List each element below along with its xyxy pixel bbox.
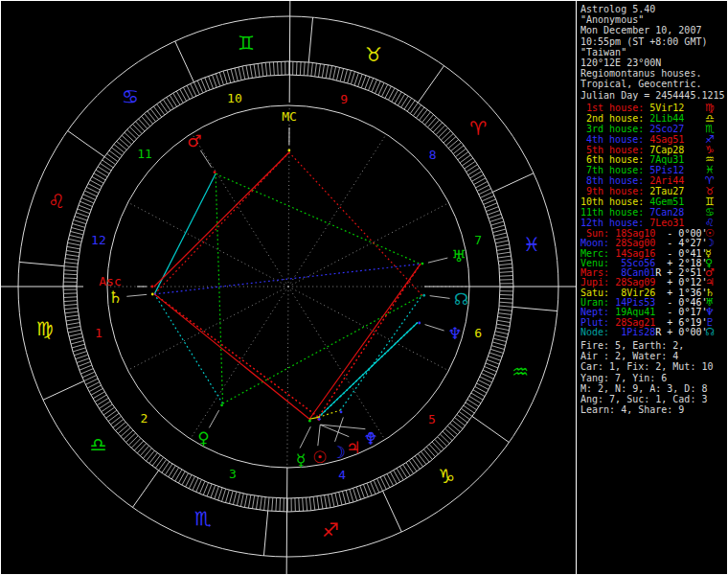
degree-tick — [109, 150, 120, 158]
degree-tick — [333, 66, 336, 80]
house-number: 4 — [338, 468, 346, 482]
degree-tick — [276, 498, 277, 512]
degree-tick — [499, 306, 512, 307]
wheel-planet-icon-jupi: ♃ — [346, 438, 360, 457]
degree-tick — [75, 217, 87, 220]
degree-tick — [65, 311, 79, 313]
degree-tick — [79, 205, 91, 210]
zodiac-sign-icon: ♈ — [469, 117, 487, 140]
sign-divider — [263, 511, 267, 556]
cusp-position: 2Lib44 — [649, 113, 684, 124]
degree-tick — [490, 349, 503, 353]
house-number: 10 — [227, 91, 242, 105]
degree-tick — [315, 63, 317, 77]
degree-tick — [412, 458, 420, 469]
degree-tick — [307, 62, 308, 76]
house-ordinal: 2nd house: — [580, 113, 649, 124]
cusp-position: 7Leo31 — [649, 218, 684, 228]
cusp-position: 5Vir12 — [649, 103, 684, 113]
degree-tick — [497, 248, 511, 250]
cusp-position: 7Aqu31 — [649, 154, 684, 165]
zodiac-sign-icon: ♓ — [523, 233, 540, 256]
degree-tick — [462, 408, 472, 416]
degree-tick — [121, 427, 130, 436]
stats-line-6: Learn: 4, Share: 9 — [580, 404, 726, 415]
wheel-planet-icon-uran: ♅ — [452, 246, 466, 265]
zodiac-sign-icon: ♍ — [36, 317, 54, 340]
degree-tick — [71, 340, 84, 344]
degree-tick — [498, 313, 512, 315]
degree-tick — [160, 102, 168, 112]
degree-tick — [358, 74, 363, 86]
degree-tick — [303, 498, 304, 512]
degree-tick — [350, 490, 353, 502]
degree-tick — [369, 78, 374, 90]
angle-label-asc: Asc — [99, 274, 121, 288]
planet-icon: ☊ — [705, 327, 715, 337]
house-number: 11 — [137, 147, 152, 161]
planet-pointer-line — [320, 425, 349, 436]
degree-tick — [280, 498, 281, 512]
degree-tick — [72, 223, 84, 227]
house-number: 5 — [428, 412, 436, 426]
degree-tick — [500, 298, 513, 299]
degree-tick — [248, 495, 250, 509]
house-ordinal: 1st house: — [580, 103, 649, 113]
degree-tick — [489, 353, 502, 356]
sign-divider — [418, 66, 444, 103]
wheel-planet-icon-mars: ♂ — [187, 131, 201, 150]
planet-pointer-line — [430, 296, 450, 299]
cusp-position: 2Sco27 — [649, 124, 684, 134]
degree-tick — [351, 72, 354, 84]
degree-tick — [64, 301, 78, 302]
degree-tick — [497, 320, 511, 322]
header-line-2: Mon December 10, 2007 — [580, 25, 726, 35]
degree-tick — [141, 116, 149, 126]
planet-pointer-line — [209, 410, 218, 427]
degree-tick — [344, 69, 348, 82]
degree-tick — [261, 496, 262, 510]
degree-tick — [244, 494, 247, 508]
planet-pointer-line — [318, 425, 320, 446]
stats-line-4: M: 2, N: 9, A: 3, D: 8 — [580, 383, 726, 394]
degree-tick — [421, 451, 429, 462]
degree-tick — [340, 68, 343, 81]
degree-tick — [74, 352, 86, 356]
house-ordinal: 9th house: — [580, 186, 649, 196]
degree-tick — [435, 440, 444, 449]
cusp-position: 7Cap28 — [649, 145, 684, 155]
degree-tick — [65, 259, 79, 261]
degree-tick — [80, 201, 92, 206]
planet-dot — [318, 418, 321, 421]
planet-dot — [421, 263, 424, 265]
zodiac-sign-icon: ♊ — [238, 32, 255, 55]
degree-tick — [98, 167, 109, 173]
degree-tick — [498, 317, 512, 319]
house-number: 9 — [340, 92, 348, 106]
degree-tick — [145, 113, 153, 124]
degree-tick — [409, 460, 417, 471]
degree-tick — [150, 108, 159, 119]
degree-tick — [346, 491, 350, 503]
header-line-3: 10:55pm (ST +8:00 GMT) — [580, 36, 726, 47]
degree-tick — [111, 148, 122, 156]
degree-tick — [348, 70, 352, 82]
degree-tick — [239, 67, 241, 80]
degree-tick — [492, 342, 506, 346]
degree-tick — [450, 424, 461, 432]
degree-tick — [64, 270, 78, 271]
degree-tick — [231, 69, 235, 82]
stats-line-5: Ang: 7, Suc: 1, Cad: 3 — [580, 394, 726, 404]
degree-tick — [500, 276, 513, 277]
degree-tick — [70, 231, 83, 234]
stats-line-0: Fire: 5, Earth: 2, — [580, 340, 726, 351]
planet-pointer-line — [126, 294, 147, 296]
aspect-line — [216, 173, 421, 264]
degree-tick — [222, 489, 226, 501]
house-cusp-spoke — [288, 134, 386, 287]
degree-tick — [73, 348, 85, 352]
house-cusp-spoke — [288, 287, 385, 440]
degree-tick — [70, 337, 83, 340]
degree-tick — [430, 120, 439, 129]
degree-tick — [218, 488, 222, 500]
